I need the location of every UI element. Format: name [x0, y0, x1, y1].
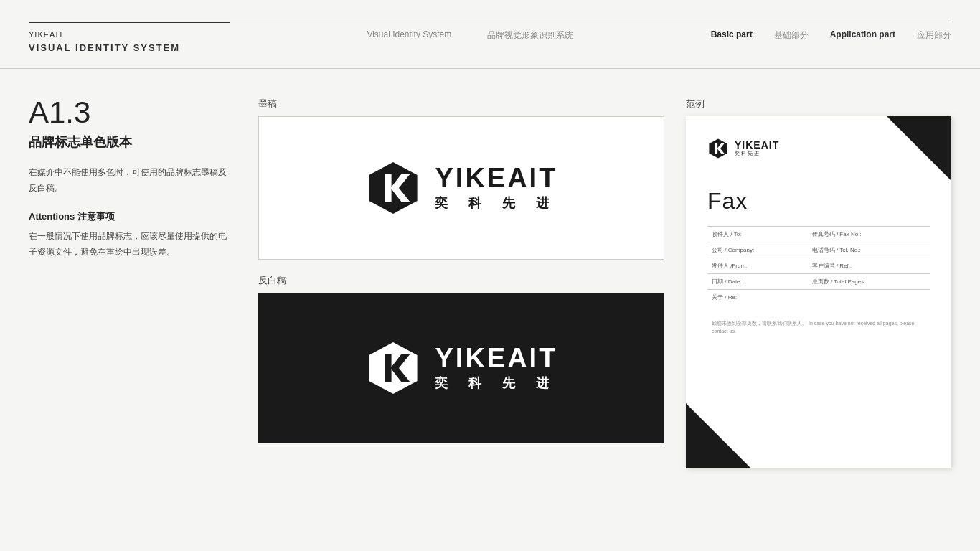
reverse-logo-container: YIKEAIT 奕 科 先 进	[364, 339, 557, 397]
nav-vis-identity-en[interactable]: Visual Identity System	[367, 29, 451, 39]
section-title: 品牌标志单色版本	[29, 133, 230, 151]
fax-row5-left: 关于 / Re:	[707, 290, 808, 306]
fax-row1-left: 收件人 / To:	[707, 227, 808, 242]
reverse-logo-panel: YIKEAIT 奕 科 先 进	[258, 293, 664, 443]
fax-row1-right: 传真号码 / Fax No.:	[808, 227, 930, 242]
fax-note: 如您未收到全部页数，请联系我们联系人。 In case you have not…	[707, 319, 930, 335]
sidebar: A1.3 品牌标志单色版本 在媒介中不能使用多色时，可使用的品牌标志墨稿及反白稿…	[29, 98, 230, 468]
reverse-label: 反白稿	[258, 274, 664, 287]
ink-label: 墨稿	[258, 98, 664, 110]
nav-basic-part-en[interactable]: Basic part	[711, 29, 753, 39]
fax-inner: YIKEAIT 奕科先进 Fax 收件人 / To: 传真号码 / Fax No…	[686, 116, 951, 349]
main-content: A1.3 品牌标志单色版本 在媒介中不能使用多色时，可使用的品牌标志墨稿及反白稿…	[0, 69, 980, 496]
attentions-title: Attentions 注意事项	[29, 210, 230, 223]
table-row: 发件人 /From: 客户编号 / Ref.:	[707, 258, 930, 274]
fax-row3-left: 发件人 /From:	[707, 258, 808, 274]
header: YIKEAIT VISUAL IDENTITY SYSTEM Visual Id…	[0, 0, 980, 69]
header-nav-right: Basic part 基础部分 Application part 应用部分	[711, 22, 951, 42]
fax-document: YIKEAIT 奕科先进 Fax 收件人 / To: 传真号码 / Fax No…	[686, 116, 951, 468]
attentions-desc: 在一般情况下使用品牌标志，应该尽量使用提供的电子资源文件，避免在重绘中出现误差。	[29, 229, 230, 260]
content-area: 墨稿 YIKEAIT 奕 科 先 进	[258, 98, 951, 468]
table-row: 收件人 / To: 传真号码 / Fax No.:	[707, 227, 930, 242]
company-name: YIKEAIT	[29, 30, 230, 39]
logo-icon-light	[364, 339, 422, 397]
logo-panels-column: 墨稿 YIKEAIT 奕 科 先 进	[258, 98, 664, 468]
fax-row3-right: 客户编号 / Ref.:	[808, 258, 930, 274]
fax-row4-left: 日期 / Date:	[707, 274, 808, 290]
header-nav-center: Visual Identity System 品牌视觉形象识别系统	[230, 22, 711, 42]
fax-row4-right: 总页数 / Total Pages:	[808, 274, 930, 290]
logo-en-dark: YIKEAIT	[435, 164, 557, 192]
fax-logo-text: YIKEAIT 奕科先进	[735, 140, 779, 157]
fax-logo-en: YIKEAIT	[735, 140, 779, 150]
nav-app-part-en[interactable]: Application part	[830, 29, 895, 39]
header-logo-section: YIKEAIT VISUAL IDENTITY SYSTEM	[29, 22, 230, 54]
ink-logo-container: YIKEAIT 奕 科 先 进	[364, 159, 557, 217]
nav-vis-identity-cn[interactable]: 品牌视觉形象识别系统	[487, 29, 573, 42]
logo-cn-dark: 奕 科 先 进	[435, 194, 557, 212]
fax-logo-icon	[707, 138, 729, 159]
table-row: 关于 / Re:	[707, 290, 930, 306]
example-label: 范例	[686, 98, 951, 110]
section-number: A1.3	[29, 98, 230, 128]
logo-icon-dark	[364, 159, 422, 217]
fax-title: Fax	[707, 188, 930, 215]
fax-row2-right: 电话号码 / Tel. No.:	[808, 242, 930, 258]
nav-basic-part-cn[interactable]: 基础部分	[774, 29, 809, 42]
table-row: 公司 / Company: 电话号码 / Tel. No.:	[707, 242, 930, 258]
fax-table: 收件人 / To: 传真号码 / Fax No.: 公司 / Company: …	[707, 226, 930, 305]
ink-logo-panel: YIKEAIT 奕 科 先 进	[258, 116, 664, 260]
example-panel: 范例 YIKEAIT 奕科先进 F	[686, 98, 951, 468]
fax-logo-cn: 奕科先进	[735, 150, 779, 157]
fax-row5-right	[808, 290, 930, 306]
logo-text-group-dark: YIKEAIT 奕 科 先 进	[435, 164, 557, 212]
tagline: VISUAL IDENTITY SYSTEM	[29, 42, 180, 53]
table-row: 日期 / Date: 总页数 / Total Pages:	[707, 274, 930, 290]
fax-row2-left: 公司 / Company:	[707, 242, 808, 258]
logo-cn-light: 奕 科 先 进	[435, 375, 557, 392]
logo-text-group-light: YIKEAIT 奕 科 先 进	[435, 344, 557, 392]
section-desc: 在媒介中不能使用多色时，可使用的品牌标志墨稿及反白稿。	[29, 165, 230, 196]
fax-logo-row: YIKEAIT 奕科先进	[707, 138, 930, 159]
logo-en-light: YIKEAIT	[435, 344, 557, 372]
nav-app-part-cn[interactable]: 应用部分	[917, 29, 951, 42]
